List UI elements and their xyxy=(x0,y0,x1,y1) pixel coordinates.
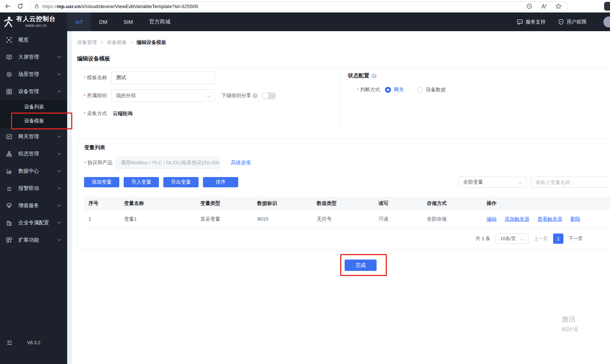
url-text[interactable]: https://mp.usr.cn/#/cloud/device/ViewEdi… xyxy=(42,4,523,9)
sub-org-share-label: 下级组织分享 xyxy=(221,92,251,99)
logo[interactable]: 有人云控制台 www.usr.cn xyxy=(0,12,67,31)
sidebar-item-label: 网关管理 xyxy=(18,133,39,140)
tab-sim[interactable]: SIM xyxy=(116,12,141,31)
gateway-icon xyxy=(6,134,12,140)
cell-value-type: 无符号 xyxy=(312,216,374,223)
radio-gateway[interactable] xyxy=(385,87,391,93)
org-select[interactable]: 我的分组 xyxy=(111,89,215,102)
back-icon[interactable] xyxy=(4,3,11,10)
current-page-button[interactable]: 1 xyxy=(553,234,563,244)
required-mark: * xyxy=(84,111,86,117)
sidebar-item-alarm-linkage[interactable]: 报警联动 xyxy=(0,180,67,197)
location-icon[interactable] xyxy=(526,3,533,10)
required-mark: * xyxy=(357,87,359,93)
add-variable-button[interactable]: 添加变量 xyxy=(84,177,119,187)
col-header-name: 变量名称 xyxy=(120,200,196,207)
address-bar[interactable]: https://mp.usr.cn/#/cloud/device/ViewEdi… xyxy=(29,1,568,11)
version-label: V6.3.2 xyxy=(27,340,40,345)
variable-filter-select[interactable]: 全部变量 xyxy=(458,177,526,188)
tab-iot[interactable]: IoT xyxy=(67,12,91,31)
radio-gateway-label[interactable]: 网关 xyxy=(394,87,404,93)
breadcrumb-separator: > xyxy=(101,40,103,45)
sidebar-item-extensions[interactable]: 扩展功能 xyxy=(0,231,67,249)
sidebar-item-scene-mgmt[interactable]: 场景管理 xyxy=(0,66,67,83)
read-aloud-icon[interactable] xyxy=(541,3,547,10)
breadcrumb-device-template[interactable]: 设备模板 xyxy=(107,39,127,46)
cell-type: 直采变量 xyxy=(196,216,253,223)
sidebar-item-label: 组态管理 xyxy=(18,151,39,157)
toggle-knob xyxy=(263,93,269,99)
template-name-input[interactable] xyxy=(111,71,215,84)
help-icon[interactable]: ? xyxy=(253,93,258,98)
protocol-label: 协议和产品 xyxy=(87,159,112,166)
cell-storage: 全部存储 xyxy=(422,216,482,223)
sidebar-item-label: 企业专属配置 xyxy=(18,220,49,226)
variable-table: 序号 变量名称 变量类型 数据标识 数值类型 读写 存储方式 操作 1 变量1 … xyxy=(84,197,610,228)
export-variable-button[interactable]: 导出变量 xyxy=(163,177,199,187)
chevron-down-icon xyxy=(521,237,524,241)
sidebar-item-label: 设备管理 xyxy=(18,88,39,95)
variable-list-panel: 变量列表 * 协议和产品 通用Modbus / PLC / DL/DL(电表协议… xyxy=(77,139,610,250)
chevron-down-icon xyxy=(58,203,61,207)
sort-button[interactable]: 排序 xyxy=(203,177,238,187)
page-size-select[interactable]: 10条/页 xyxy=(495,234,529,244)
delete-link[interactable]: 删除 xyxy=(570,216,580,223)
chevron-down-icon xyxy=(58,134,61,138)
next-page-button[interactable]: 下一页 xyxy=(569,235,583,242)
sidebar-item-enterprise-config[interactable]: 企业专属配置 xyxy=(0,214,67,231)
radio-dot xyxy=(387,89,389,91)
tab-mall[interactable]: 官方商城 xyxy=(141,12,178,31)
sub-org-share-toggle[interactable] xyxy=(262,92,276,99)
sidebar-item-value-added[interactable]: 增值服务 xyxy=(0,197,67,214)
logo-subtitle: www.usr.cn xyxy=(25,23,47,28)
service-support-label: 服务支持 xyxy=(526,19,545,25)
edit-link[interactable]: 编辑 xyxy=(487,216,497,223)
refresh-icon[interactable] xyxy=(17,3,23,10)
main-content: 设备管理 > 设备模板 > 编辑设备模板 编辑设备模板 * 模板名称 * xyxy=(72,31,610,364)
prev-page-button[interactable]: 上一页 xyxy=(534,235,548,242)
chevron-down-icon xyxy=(58,72,61,76)
radio-device-data-label[interactable]: 设备数据 xyxy=(426,87,446,93)
finish-button[interactable]: 完成 xyxy=(345,260,377,271)
help-icon[interactable]: ? xyxy=(371,73,377,78)
collapse-sidebar-icon[interactable] xyxy=(7,340,12,346)
chevron-down-icon xyxy=(519,181,522,184)
overview-icon xyxy=(6,37,12,43)
sidebar-item-device-template[interactable]: 设备模板 xyxy=(0,114,67,128)
table-row: 1 变量1 直采变量 9010 无符号 只读 全部存储 编辑 添加触发器 查看触… xyxy=(84,210,610,228)
breadcrumb-separator: > xyxy=(130,40,133,45)
variable-filter-value: 全部变量 xyxy=(463,179,483,185)
chevron-down-icon xyxy=(207,94,211,98)
scada-icon xyxy=(6,151,12,157)
vip-diamond-icon xyxy=(6,203,12,209)
variable-search-input[interactable] xyxy=(531,177,610,188)
radio-device-data[interactable] xyxy=(417,87,423,93)
sidebar-item-scada-mgmt[interactable]: 组态管理 xyxy=(0,145,67,162)
col-header-value-type: 数值类型 xyxy=(312,200,374,207)
user-permission-button[interactable]: 用户权限 xyxy=(558,19,587,25)
sidebar-item-overview[interactable]: 概览 xyxy=(0,31,67,48)
collect-mode-label: 采集方式 xyxy=(87,110,107,117)
sidebar-item-device-mgmt[interactable]: 设备管理 xyxy=(0,83,67,100)
service-support-button[interactable]: 服务支持 xyxy=(517,19,545,25)
chevron-down-icon xyxy=(58,238,61,241)
import-variable-button[interactable]: 导入变量 xyxy=(124,177,159,187)
browser-profile-button[interactable] xyxy=(604,2,610,11)
cell-tag: 9010 xyxy=(253,216,312,222)
breadcrumb-device-mgmt[interactable]: 设备管理 xyxy=(77,39,97,46)
protocol-select[interactable]: 通用Modbus / PLC / DL/DL(电表协议)/DL/T64 xyxy=(116,157,220,169)
col-header-rw: 读写 xyxy=(374,200,422,207)
add-trigger-link[interactable]: 添加触发器 xyxy=(505,216,530,223)
sidebar-item-screen-mgmt[interactable]: 大屏管理 xyxy=(0,48,67,66)
favorite-star-icon[interactable] xyxy=(555,3,562,10)
sidebar-item-label: 数据中心 xyxy=(18,168,39,174)
alarm-icon xyxy=(6,185,12,191)
view-trigger-link[interactable]: 查看触发器 xyxy=(538,216,563,223)
sidebar-item-gateway-mgmt[interactable]: 网关管理 xyxy=(0,128,67,145)
sidebar-item-label: 增值服务 xyxy=(18,202,39,209)
sidebar-item-device-list[interactable]: 设备列表 xyxy=(0,100,67,114)
sidebar-item-data-center[interactable]: 数据中心 xyxy=(0,162,67,180)
tab-dm[interactable]: DM xyxy=(91,12,116,31)
sidebar: 概览 大屏管理 场景管理 设备管理 设备列表 xyxy=(0,31,67,364)
advanced-options-link[interactable]: 高级选项 xyxy=(231,159,251,166)
